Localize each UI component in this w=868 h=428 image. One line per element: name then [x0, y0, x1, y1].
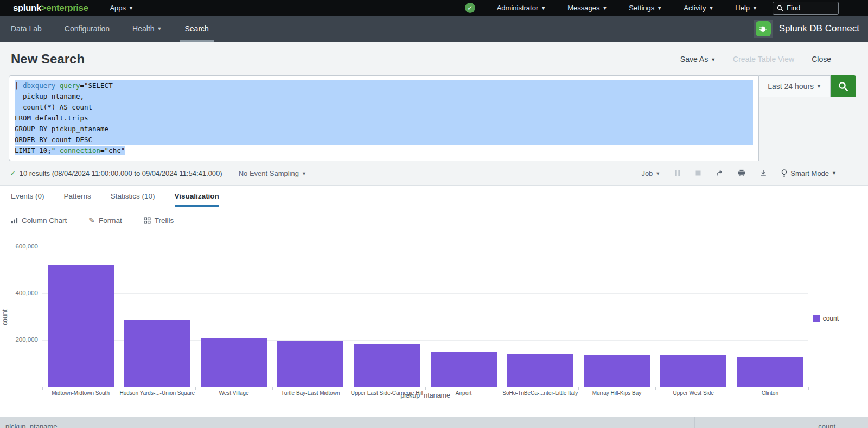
event-sampling-label: No Event Sampling — [239, 169, 299, 177]
save-as-label: Save As — [680, 55, 708, 63]
statistics-table-header: pickup_ntaname count — [0, 417, 868, 428]
event-sampling-dropdown[interactable]: No Event Sampling▼ — [239, 169, 307, 177]
chart-bar[interactable] — [277, 341, 343, 387]
search-icon — [777, 5, 783, 11]
header-actions: Save As▼ Create Table View Close — [663, 55, 831, 63]
check-icon: ✓ — [10, 169, 16, 177]
apps-menu-label: Apps — [110, 4, 126, 12]
tab-visualization[interactable]: Visualization — [175, 186, 219, 207]
query-text: | dbxquery query="SELECT pickup_ntaname,… — [15, 80, 753, 156]
y-tick-label: 400,000 — [0, 290, 38, 296]
query-line: ORDER BY count DESC — [15, 135, 753, 145]
find-search-box[interactable] — [773, 2, 839, 15]
check-circle-icon[interactable]: ✓ — [465, 3, 475, 13]
stop-icon — [695, 170, 701, 176]
chevron-down-icon: ▼ — [832, 170, 837, 176]
activity-menu-label: Activity — [684, 4, 706, 12]
chart-type-label: Column Chart — [22, 216, 67, 225]
close-button[interactable]: Close — [812, 55, 831, 63]
legend-label: count — [823, 315, 839, 322]
category-label: Midtown-Midtown South — [42, 390, 119, 396]
query-line: GROUP BY pickup_ntaname — [15, 124, 753, 135]
results-tabs: Events (0) Patterns Statistics (10) Visu… — [0, 185, 868, 207]
tab-events[interactable]: Events (0) — [11, 186, 44, 207]
lightbulb-icon — [781, 169, 787, 177]
activity-menu[interactable]: Activity▼ — [684, 4, 713, 12]
pencil-icon: ✎ — [88, 216, 95, 225]
settings-menu[interactable]: Settings▼ — [629, 4, 662, 12]
tab-patterns[interactable]: Patterns — [64, 186, 91, 207]
column-header-count[interactable]: count — [694, 417, 868, 428]
x-axis-tick — [808, 387, 809, 390]
category-label: Turtle Bay-East Midtown — [272, 390, 349, 396]
chevron-down-icon: ▼ — [816, 84, 821, 89]
db-connect-icon-frame — [754, 20, 773, 38]
export-icon — [760, 169, 767, 177]
save-as-button[interactable]: Save As▼ — [680, 55, 716, 63]
gridline — [42, 293, 808, 294]
y-tick-label: 600,000 — [0, 243, 38, 250]
smart-mode-button[interactable]: Smart Mode▼ — [781, 169, 837, 177]
top-bar: splunk>enterprise Apps▼ ✓ Administrator▼… — [0, 0, 868, 16]
messages-menu[interactable]: Messages▼ — [567, 4, 607, 12]
chevron-down-icon: ▼ — [129, 5, 133, 11]
format-label: Format — [99, 216, 122, 225]
help-menu[interactable]: Help▼ — [735, 4, 757, 12]
chart-bar[interactable] — [737, 357, 803, 387]
chart-bar[interactable] — [48, 265, 114, 387]
category-label: Hudson Yards-...-Union Square — [119, 390, 195, 396]
chevron-down-icon: ▼ — [752, 5, 757, 11]
category-label: Clinton — [732, 390, 808, 396]
column-chart: count pickup_ntaname count 200,000400,00… — [0, 233, 868, 406]
search-header-section: New Search Save As▼ Create Table View Cl… — [0, 42, 868, 185]
chart-bar[interactable] — [660, 355, 726, 387]
nav-item-health[interactable]: Health▼ — [132, 16, 162, 42]
splunk-logo[interactable]: splunk>enterprise — [13, 3, 88, 14]
nav-item-configuration[interactable]: Configuration — [65, 16, 110, 42]
chart-bar[interactable] — [584, 355, 650, 387]
share-button[interactable] — [716, 169, 724, 177]
chart-bar[interactable] — [124, 320, 190, 387]
job-menu[interactable]: Job▼ — [641, 169, 660, 177]
tab-statistics[interactable]: Statistics (10) — [111, 186, 155, 207]
pause-button[interactable] — [674, 170, 681, 176]
y-tick-label: 200,000 — [0, 336, 38, 343]
nav-item-search[interactable]: Search — [185, 16, 209, 42]
category-label: Murray Hill-Kips Bay — [578, 390, 655, 396]
trellis-button[interactable]: Trellis — [144, 216, 174, 225]
chart-bar[interactable] — [201, 338, 267, 387]
legend-swatch — [813, 315, 820, 322]
category-label: SoHo-TriBeCa-...nter-Little Italy — [502, 390, 578, 396]
find-input[interactable] — [787, 4, 834, 12]
nav-item-label: Search — [185, 24, 209, 33]
chevron-down-icon: ▼ — [657, 5, 662, 11]
chart-bar[interactable] — [507, 354, 573, 387]
nav-item-data-lab[interactable]: Data Lab — [11, 16, 42, 42]
chart-type-button[interactable]: Column Chart — [11, 216, 67, 225]
print-icon — [738, 169, 745, 177]
results-bar: ✓ 10 results (08/04/2024 11:00:00.000 to… — [0, 161, 868, 185]
app-identity[interactable]: Splunk DB Connect — [754, 20, 859, 38]
settings-menu-label: Settings — [629, 4, 654, 12]
export-button[interactable] — [760, 169, 767, 177]
apps-menu[interactable]: Apps▼ — [110, 4, 133, 12]
chart-bar[interactable] — [354, 344, 420, 387]
page-header: New Search Save As▼ Create Table View Cl… — [0, 42, 868, 74]
nav-item-label: Health — [132, 24, 154, 33]
chart-bar[interactable] — [431, 352, 497, 387]
chart-legend[interactable]: count — [813, 315, 839, 322]
search-query-input[interactable]: | dbxquery query="SELECT pickup_ntaname,… — [9, 75, 759, 161]
column-header-pickup-ntaname[interactable]: pickup_ntaname — [0, 417, 694, 428]
administrator-menu[interactable]: Administrator▼ — [497, 4, 546, 12]
splunk-logo-brand: splunk — [13, 3, 41, 13]
chevron-down-icon: ▼ — [709, 5, 713, 11]
query-line: pickup_ntaname, — [15, 91, 753, 102]
nav-item-label: Data Lab — [11, 24, 42, 33]
stop-button[interactable] — [695, 170, 701, 176]
smart-mode-label: Smart Mode — [790, 169, 829, 177]
search-submit-button[interactable] — [831, 75, 856, 97]
column-chart-icon — [11, 217, 18, 224]
print-button[interactable] — [738, 169, 745, 177]
time-range-picker[interactable]: Last 24 hours ▼ — [759, 75, 831, 97]
format-button[interactable]: ✎ Format — [88, 216, 122, 225]
